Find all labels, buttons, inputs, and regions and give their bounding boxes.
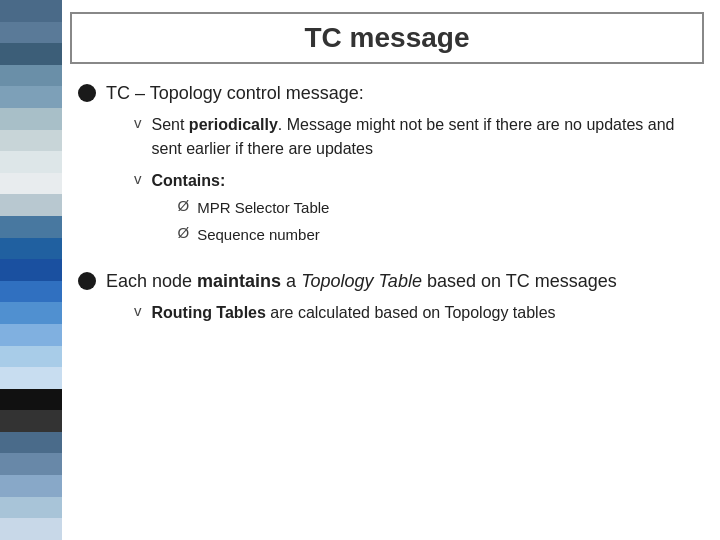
bullet-2-sub1-text: Routing Tables are calculated based on T… — [152, 301, 556, 325]
color-block-18 — [0, 367, 62, 389]
color-block-2 — [0, 22, 62, 44]
bullet-1-subsub1: Ø MPR Selector Table — [178, 197, 330, 220]
bullet-1-sub1: v Sent periodically. Message might not b… — [134, 113, 700, 161]
bullet-1-subsub1-text: MPR Selector Table — [197, 197, 329, 220]
bullet-1: TC – Topology control message: v Sent pe… — [78, 80, 700, 258]
bullet-2-content: Each node maintains a Topology Table bas… — [106, 268, 617, 333]
bullet-1-content: TC – Topology control message: v Sent pe… — [106, 80, 700, 258]
color-block-6 — [0, 108, 62, 130]
bullet-1-sub2-marker: v — [134, 170, 142, 187]
color-block-1 — [0, 0, 62, 22]
color-block-13 — [0, 259, 62, 281]
color-block-20 — [0, 410, 62, 432]
topology-table-italic: Topology Table — [301, 271, 422, 291]
title-bar: TC message — [70, 12, 704, 64]
color-block-15 — [0, 302, 62, 324]
color-block-19 — [0, 389, 62, 411]
color-block-14 — [0, 281, 62, 303]
color-block-23 — [0, 475, 62, 497]
color-block-7 — [0, 130, 62, 152]
color-strip — [0, 0, 62, 540]
bullet-1-subsub1-marker: Ø — [178, 197, 190, 214]
bullet-1-sub2: v Contains: Ø MPR Selector Table Ø — [134, 169, 700, 250]
bullet-1-sub2-text: Contains: — [152, 172, 226, 189]
main-content: TC message TC – Topology control message… — [62, 0, 720, 540]
bullet-2-text: Each node maintains a Topology Table bas… — [106, 271, 617, 291]
bullet-1-subsub2-marker: Ø — [178, 224, 190, 241]
color-block-4 — [0, 65, 62, 87]
color-block-17 — [0, 346, 62, 368]
color-block-11 — [0, 216, 62, 238]
bullet-1-sub2-content: Contains: Ø MPR Selector Table Ø Sequenc… — [152, 169, 330, 250]
bullet-1-subsub2-text: Sequence number — [197, 224, 320, 247]
bullet-1-subsub2: Ø Sequence number — [178, 224, 330, 247]
color-block-10 — [0, 194, 62, 216]
bullet-2-subbullets: v Routing Tables are calculated based on… — [134, 301, 617, 325]
bullet-1-subsubbullets: Ø MPR Selector Table Ø Sequence number — [178, 197, 330, 246]
bullet-2-sub1: v Routing Tables are calculated based on… — [134, 301, 617, 325]
color-block-16 — [0, 324, 62, 346]
color-block-3 — [0, 43, 62, 65]
periodically-bold: periodically — [189, 116, 278, 133]
color-block-9 — [0, 173, 62, 195]
page-title: TC message — [92, 22, 682, 54]
bullet-1-sub1-marker: v — [134, 114, 142, 131]
color-block-8 — [0, 151, 62, 173]
bullet-2-sub1-marker: v — [134, 302, 142, 319]
color-block-22 — [0, 453, 62, 475]
routing-tables-bold: Routing Tables — [152, 304, 266, 321]
maintains-bold: maintains — [197, 271, 281, 291]
bullet-1-marker — [78, 84, 96, 102]
color-block-21 — [0, 432, 62, 454]
bullet-1-sub1-text: Sent periodically. Message might not be … — [152, 113, 701, 161]
bullet-1-subbullets: v Sent periodically. Message might not b… — [134, 113, 700, 250]
bullet-2-marker — [78, 272, 96, 290]
color-block-12 — [0, 238, 62, 260]
bullet-1-text: TC – Topology control message: — [106, 83, 364, 103]
color-block-24 — [0, 497, 62, 519]
bullet-2: Each node maintains a Topology Table bas… — [78, 268, 700, 333]
color-block-25 — [0, 518, 62, 540]
color-block-5 — [0, 86, 62, 108]
content-area: TC – Topology control message: v Sent pe… — [62, 72, 720, 540]
contains-bold: Contains: — [152, 172, 226, 189]
